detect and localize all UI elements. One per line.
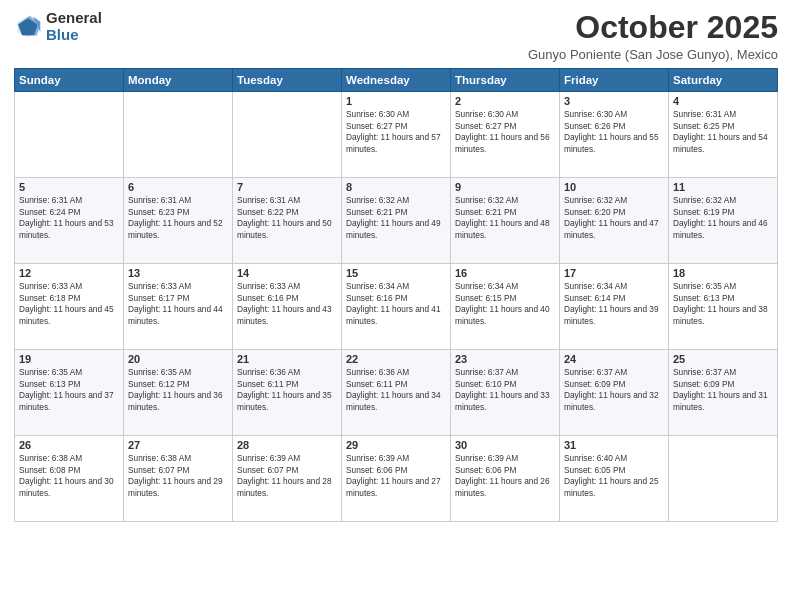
day-number: 1	[346, 95, 446, 107]
cell-info: Sunrise: 6:31 AM Sunset: 6:25 PM Dayligh…	[673, 109, 773, 155]
weekday-wednesday: Wednesday	[342, 69, 451, 92]
calendar-cell: 31Sunrise: 6:40 AM Sunset: 6:05 PM Dayli…	[560, 436, 669, 522]
calendar-cell: 25Sunrise: 6:37 AM Sunset: 6:09 PM Dayli…	[669, 350, 778, 436]
calendar-cell: 28Sunrise: 6:39 AM Sunset: 6:07 PM Dayli…	[233, 436, 342, 522]
calendar-cell: 21Sunrise: 6:36 AM Sunset: 6:11 PM Dayli…	[233, 350, 342, 436]
day-number: 14	[237, 267, 337, 279]
cell-info: Sunrise: 6:31 AM Sunset: 6:23 PM Dayligh…	[128, 195, 228, 241]
calendar-cell: 10Sunrise: 6:32 AM Sunset: 6:20 PM Dayli…	[560, 178, 669, 264]
cell-info: Sunrise: 6:30 AM Sunset: 6:26 PM Dayligh…	[564, 109, 664, 155]
calendar-cell: 14Sunrise: 6:33 AM Sunset: 6:16 PM Dayli…	[233, 264, 342, 350]
calendar-week-5: 26Sunrise: 6:38 AM Sunset: 6:08 PM Dayli…	[15, 436, 778, 522]
calendar-cell: 23Sunrise: 6:37 AM Sunset: 6:10 PM Dayli…	[451, 350, 560, 436]
cell-info: Sunrise: 6:39 AM Sunset: 6:06 PM Dayligh…	[346, 453, 446, 499]
calendar-cell: 16Sunrise: 6:34 AM Sunset: 6:15 PM Dayli…	[451, 264, 560, 350]
header: General Blue October 2025 Gunyo Poniente…	[14, 10, 778, 62]
cell-info: Sunrise: 6:36 AM Sunset: 6:11 PM Dayligh…	[237, 367, 337, 413]
cell-info: Sunrise: 6:35 AM Sunset: 6:13 PM Dayligh…	[19, 367, 119, 413]
day-number: 17	[564, 267, 664, 279]
cell-info: Sunrise: 6:33 AM Sunset: 6:17 PM Dayligh…	[128, 281, 228, 327]
cell-info: Sunrise: 6:37 AM Sunset: 6:09 PM Dayligh…	[564, 367, 664, 413]
cell-info: Sunrise: 6:32 AM Sunset: 6:21 PM Dayligh…	[346, 195, 446, 241]
calendar-week-2: 5Sunrise: 6:31 AM Sunset: 6:24 PM Daylig…	[15, 178, 778, 264]
day-number: 3	[564, 95, 664, 107]
cell-info: Sunrise: 6:33 AM Sunset: 6:16 PM Dayligh…	[237, 281, 337, 327]
calendar-cell: 13Sunrise: 6:33 AM Sunset: 6:17 PM Dayli…	[124, 264, 233, 350]
calendar-cell: 19Sunrise: 6:35 AM Sunset: 6:13 PM Dayli…	[15, 350, 124, 436]
cell-info: Sunrise: 6:34 AM Sunset: 6:15 PM Dayligh…	[455, 281, 555, 327]
calendar-cell: 12Sunrise: 6:33 AM Sunset: 6:18 PM Dayli…	[15, 264, 124, 350]
calendar-cell: 8Sunrise: 6:32 AM Sunset: 6:21 PM Daylig…	[342, 178, 451, 264]
calendar-cell: 1Sunrise: 6:30 AM Sunset: 6:27 PM Daylig…	[342, 92, 451, 178]
cell-info: Sunrise: 6:38 AM Sunset: 6:08 PM Dayligh…	[19, 453, 119, 499]
calendar-cell: 29Sunrise: 6:39 AM Sunset: 6:06 PM Dayli…	[342, 436, 451, 522]
cell-info: Sunrise: 6:37 AM Sunset: 6:09 PM Dayligh…	[673, 367, 773, 413]
calendar-cell: 18Sunrise: 6:35 AM Sunset: 6:13 PM Dayli…	[669, 264, 778, 350]
calendar-cell: 6Sunrise: 6:31 AM Sunset: 6:23 PM Daylig…	[124, 178, 233, 264]
logo-line1: General	[46, 10, 102, 27]
calendar-cell: 7Sunrise: 6:31 AM Sunset: 6:22 PM Daylig…	[233, 178, 342, 264]
logo: General Blue	[14, 10, 102, 43]
title-block: October 2025 Gunyo Poniente (San Jose Gu…	[528, 10, 778, 62]
calendar-cell	[233, 92, 342, 178]
weekday-header-row: SundayMondayTuesdayWednesdayThursdayFrid…	[15, 69, 778, 92]
weekday-tuesday: Tuesday	[233, 69, 342, 92]
calendar-cell: 26Sunrise: 6:38 AM Sunset: 6:08 PM Dayli…	[15, 436, 124, 522]
cell-info: Sunrise: 6:39 AM Sunset: 6:06 PM Dayligh…	[455, 453, 555, 499]
weekday-sunday: Sunday	[15, 69, 124, 92]
day-number: 25	[673, 353, 773, 365]
day-number: 30	[455, 439, 555, 451]
cell-info: Sunrise: 6:30 AM Sunset: 6:27 PM Dayligh…	[455, 109, 555, 155]
calendar-table: SundayMondayTuesdayWednesdayThursdayFrid…	[14, 68, 778, 522]
day-number: 12	[19, 267, 119, 279]
cell-info: Sunrise: 6:34 AM Sunset: 6:14 PM Dayligh…	[564, 281, 664, 327]
page: General Blue October 2025 Gunyo Poniente…	[0, 0, 792, 612]
day-number: 28	[237, 439, 337, 451]
cell-info: Sunrise: 6:39 AM Sunset: 6:07 PM Dayligh…	[237, 453, 337, 499]
calendar-cell: 5Sunrise: 6:31 AM Sunset: 6:24 PM Daylig…	[15, 178, 124, 264]
calendar-cell: 3Sunrise: 6:30 AM Sunset: 6:26 PM Daylig…	[560, 92, 669, 178]
day-number: 22	[346, 353, 446, 365]
day-number: 10	[564, 181, 664, 193]
day-number: 6	[128, 181, 228, 193]
day-number: 11	[673, 181, 773, 193]
day-number: 27	[128, 439, 228, 451]
cell-info: Sunrise: 6:30 AM Sunset: 6:27 PM Dayligh…	[346, 109, 446, 155]
cell-info: Sunrise: 6:35 AM Sunset: 6:13 PM Dayligh…	[673, 281, 773, 327]
calendar-week-4: 19Sunrise: 6:35 AM Sunset: 6:13 PM Dayli…	[15, 350, 778, 436]
weekday-friday: Friday	[560, 69, 669, 92]
weekday-monday: Monday	[124, 69, 233, 92]
day-number: 26	[19, 439, 119, 451]
calendar-week-1: 1Sunrise: 6:30 AM Sunset: 6:27 PM Daylig…	[15, 92, 778, 178]
day-number: 19	[19, 353, 119, 365]
calendar-cell: 24Sunrise: 6:37 AM Sunset: 6:09 PM Dayli…	[560, 350, 669, 436]
day-number: 15	[346, 267, 446, 279]
day-number: 9	[455, 181, 555, 193]
day-number: 21	[237, 353, 337, 365]
day-number: 5	[19, 181, 119, 193]
day-number: 16	[455, 267, 555, 279]
day-number: 2	[455, 95, 555, 107]
calendar-cell: 4Sunrise: 6:31 AM Sunset: 6:25 PM Daylig…	[669, 92, 778, 178]
day-number: 18	[673, 267, 773, 279]
cell-info: Sunrise: 6:37 AM Sunset: 6:10 PM Dayligh…	[455, 367, 555, 413]
calendar-cell: 27Sunrise: 6:38 AM Sunset: 6:07 PM Dayli…	[124, 436, 233, 522]
calendar-cell: 9Sunrise: 6:32 AM Sunset: 6:21 PM Daylig…	[451, 178, 560, 264]
weekday-thursday: Thursday	[451, 69, 560, 92]
calendar-cell: 20Sunrise: 6:35 AM Sunset: 6:12 PM Dayli…	[124, 350, 233, 436]
calendar-cell: 30Sunrise: 6:39 AM Sunset: 6:06 PM Dayli…	[451, 436, 560, 522]
weekday-saturday: Saturday	[669, 69, 778, 92]
calendar-cell	[15, 92, 124, 178]
day-number: 24	[564, 353, 664, 365]
day-number: 7	[237, 181, 337, 193]
day-number: 29	[346, 439, 446, 451]
cell-info: Sunrise: 6:40 AM Sunset: 6:05 PM Dayligh…	[564, 453, 664, 499]
location-subtitle: Gunyo Poniente (San Jose Gunyo), Mexico	[528, 47, 778, 62]
cell-info: Sunrise: 6:32 AM Sunset: 6:21 PM Dayligh…	[455, 195, 555, 241]
calendar-cell: 2Sunrise: 6:30 AM Sunset: 6:27 PM Daylig…	[451, 92, 560, 178]
cell-info: Sunrise: 6:36 AM Sunset: 6:11 PM Dayligh…	[346, 367, 446, 413]
cell-info: Sunrise: 6:31 AM Sunset: 6:24 PM Dayligh…	[19, 195, 119, 241]
cell-info: Sunrise: 6:33 AM Sunset: 6:18 PM Dayligh…	[19, 281, 119, 327]
calendar-cell	[124, 92, 233, 178]
day-number: 13	[128, 267, 228, 279]
